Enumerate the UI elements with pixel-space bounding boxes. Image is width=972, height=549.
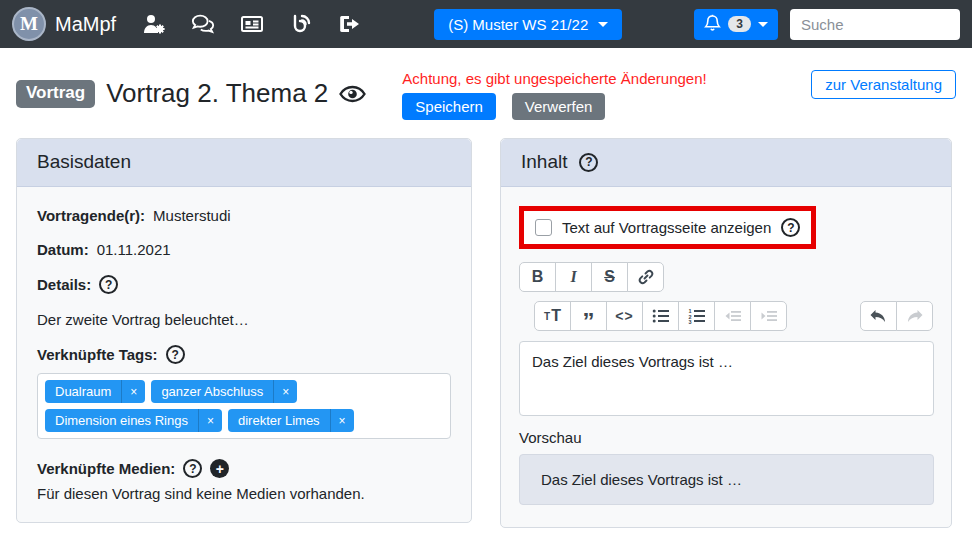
indent-button[interactable] <box>750 301 787 331</box>
preview-label: Vorschau <box>519 429 933 446</box>
show-text-checkbox-label: Text auf Vortragsseite anzeigen <box>562 219 771 236</box>
outdent-button[interactable] <box>714 301 751 331</box>
sign-out-icon[interactable] <box>338 12 362 36</box>
tag-label[interactable]: direkter Limes <box>228 409 330 432</box>
tag-label[interactable]: Dimension eines Rings <box>45 409 198 432</box>
comments-icon[interactable] <box>191 12 215 36</box>
format-group: B I S <box>519 262 664 292</box>
title-group: Vortrag Vortrag 2. Thema 2 <box>16 78 366 109</box>
tags-label: Verknüpfte Tags: <box>37 346 158 363</box>
mampf-logo-icon: M <box>12 7 46 41</box>
add-media-icon[interactable]: + <box>210 459 229 478</box>
top-navbar: M MaMpf (S) Muster WS 21/22 3 <box>0 0 972 48</box>
navbar-icons <box>142 12 362 36</box>
tag-chip[interactable]: Dimension eines Rings × <box>45 409 222 432</box>
chevron-down-icon <box>758 22 768 27</box>
date-value: 01.11.2021 <box>97 241 171 258</box>
code-button[interactable]: <> <box>606 301 643 331</box>
tags-label-row: Verknüpfte Tags: ? <box>37 345 451 364</box>
tags-container[interactable]: Dualraum × ganzer Abschluss × Dimension … <box>37 373 451 439</box>
speaker-row: Vortragende(r): Musterstudi <box>37 207 451 224</box>
to-event-button[interactable]: zur Veranstaltung <box>811 70 956 99</box>
notification-count-badge: 3 <box>728 16 751 32</box>
tag-label[interactable]: ganzer Abschluss <box>151 380 273 403</box>
newspaper-icon[interactable] <box>240 12 264 36</box>
tag-remove-icon[interactable]: × <box>121 380 145 403</box>
editor-toolbar-row1: B I S <box>519 262 933 292</box>
page-title: Vortrag 2. Thema 2 <box>106 78 328 109</box>
tag-chip[interactable]: direkter Limes × <box>228 409 354 432</box>
basisdaten-title: Basisdaten <box>37 151 131 173</box>
unsaved-warning: Achtung, es gibt ungespeicherte Änderung… <box>402 70 706 87</box>
navbar-right: 3 <box>694 9 960 40</box>
bold-button[interactable]: B <box>519 262 556 292</box>
undo-button[interactable] <box>860 301 897 331</box>
strikethrough-button[interactable]: S <box>591 262 628 292</box>
italic-button[interactable]: I <box>555 262 592 292</box>
term-selector-label: (S) Muster WS 21/22 <box>448 16 588 33</box>
user-cog-icon[interactable] <box>142 12 166 36</box>
media-help-icon[interactable]: ? <box>183 459 202 478</box>
heading-button[interactable]: TT <box>534 301 571 331</box>
bullet-list-button[interactable] <box>642 301 679 331</box>
basisdaten-header: Basisdaten <box>17 139 471 187</box>
page-header: Vortrag Vortrag 2. Thema 2 Achtung, es g… <box>0 48 972 136</box>
media-label: Verknüpfte Medien: <box>37 460 175 477</box>
term-selector-dropdown[interactable]: (S) Muster WS 21/22 <box>434 9 622 40</box>
unsaved-changes-area: Achtung, es gibt ungespeicherte Änderung… <box>402 70 706 120</box>
inhalt-body: Text auf Vortragsseite anzeigen ? B I S … <box>501 187 951 527</box>
numbered-list-button[interactable]: 123 <box>678 301 715 331</box>
eye-icon[interactable] <box>339 84 366 104</box>
preview-text: Das Ziel dieses Vortrags ist … <box>541 471 742 488</box>
details-value: Der zweite Vortrag beleuchtet… <box>37 311 249 328</box>
media-empty-text: Für diesen Vortrag sind keine Medien vor… <box>37 485 451 502</box>
preview-box: Das Ziel dieses Vortrags ist … <box>519 454 934 505</box>
details-help-icon[interactable]: ? <box>99 275 118 294</box>
search-input[interactable] <box>790 9 960 40</box>
link-button[interactable] <box>627 262 664 292</box>
tag-chip[interactable]: ganzer Abschluss × <box>151 380 297 403</box>
history-group <box>860 301 933 331</box>
speaker-label: Vortragende(r): <box>37 207 145 224</box>
highlight-annotation: Text auf Vortragsseite anzeigen ? <box>519 206 816 249</box>
navbar-center: (S) Muster WS 21/22 <box>362 9 694 40</box>
editor-text: Das Ziel dieses Vortrags ist … <box>532 353 733 370</box>
quote-button[interactable]: ” <box>570 301 607 331</box>
brand-name: MaMpf <box>55 13 116 36</box>
redo-button[interactable] <box>896 301 933 331</box>
tag-remove-icon[interactable]: × <box>330 409 354 432</box>
basisdaten-card: Basisdaten Vortragende(r): Musterstudi D… <box>16 138 472 523</box>
basisdaten-body: Vortragende(r): Musterstudi Datum: 01.11… <box>17 187 471 522</box>
details-row: Details: ? <box>37 275 451 294</box>
type-badge: Vortrag <box>16 80 95 108</box>
save-button[interactable]: Speichern <box>402 93 496 120</box>
inhalt-help-icon[interactable]: ? <box>579 153 598 172</box>
inhalt-header: Inhalt ? <box>501 139 951 187</box>
date-label: Datum: <box>37 241 89 258</box>
blog-icon[interactable] <box>289 12 313 36</box>
main-content: Basisdaten Vortragende(r): Musterstudi D… <box>0 136 972 528</box>
tags-help-icon[interactable]: ? <box>166 345 185 364</box>
discard-button[interactable]: Verwerfen <box>512 93 606 120</box>
details-text-row: Der zweite Vortrag beleuchtet… <box>37 311 451 328</box>
details-label: Details: <box>37 276 91 293</box>
media-label-row: Verknüpfte Medien: ? + <box>37 459 451 478</box>
brand[interactable]: M MaMpf <box>12 7 116 41</box>
block-group: TT ” <> 123 <box>534 301 787 331</box>
inhalt-title: Inhalt <box>521 151 567 173</box>
editor-toolbar-row2: TT ” <> 123 <box>519 301 933 331</box>
content-editor[interactable]: Das Ziel dieses Vortrags ist … <box>519 341 934 416</box>
svg-text:3: 3 <box>688 319 691 324</box>
show-text-help-icon[interactable]: ? <box>781 218 800 237</box>
bell-icon <box>704 14 721 35</box>
tag-chip[interactable]: Dualraum × <box>45 380 145 403</box>
chevron-down-icon <box>598 22 608 27</box>
tag-label[interactable]: Dualraum <box>45 380 121 403</box>
tag-remove-icon[interactable]: × <box>198 409 222 432</box>
notifications-dropdown[interactable]: 3 <box>694 9 778 40</box>
inhalt-card: Inhalt ? Text auf Vortragsseite anzeigen… <box>500 138 952 528</box>
show-text-checkbox[interactable] <box>535 219 552 236</box>
tag-remove-icon[interactable]: × <box>273 380 297 403</box>
save-discard-row: Speichern Verwerfen <box>402 93 706 120</box>
date-row: Datum: 01.11.2021 <box>37 241 451 258</box>
